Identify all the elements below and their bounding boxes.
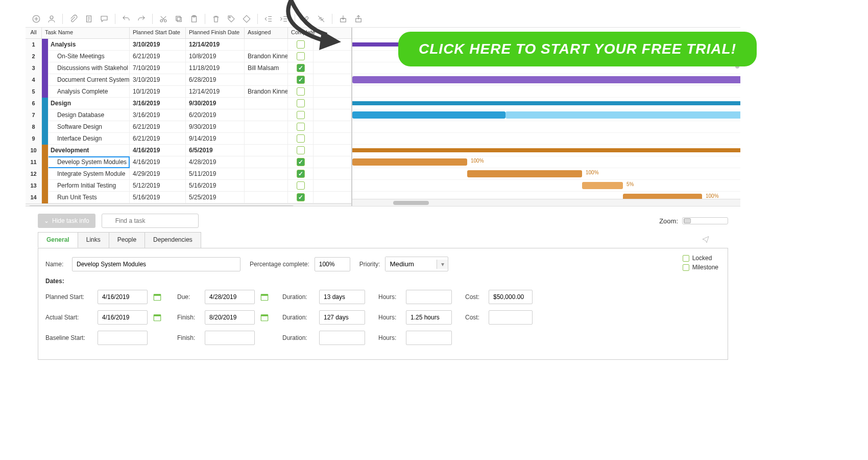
col-planned-start[interactable]: Planned Start Date	[130, 28, 186, 38]
grid-hscroll[interactable]	[26, 203, 351, 206]
complete-checkbox[interactable]	[297, 64, 305, 72]
gantt-row	[352, 74, 740, 86]
priority-select[interactable]: ▾	[385, 257, 448, 271]
table-row[interactable]: 8Software Design6/21/20199/30/2019	[26, 121, 351, 133]
col-task-name[interactable]: Task Name	[42, 28, 130, 38]
svg-rect-7	[176, 16, 180, 20]
cta-banner[interactable]: CLICK HERE TO START YOUR FREE TRIAL!	[398, 32, 757, 66]
table-row[interactable]: 5Analysis Complete10/1/201912/14/2019Bra…	[26, 86, 351, 98]
delete-icon[interactable]	[210, 13, 222, 25]
add-icon[interactable]	[31, 13, 42, 25]
table-row[interactable]: 12Integrate System Module4/29/20195/11/2…	[26, 168, 351, 180]
calendar-icon[interactable]	[153, 292, 162, 302]
gantt-bar[interactable]	[352, 101, 740, 105]
baseline-duration-input[interactable]	[319, 331, 365, 345]
progress-label: 100%	[471, 158, 484, 164]
note-icon[interactable]	[83, 13, 94, 25]
table-row[interactable]: 3Discussions with Stakehol7/10/201911/18…	[26, 62, 351, 74]
baseline-start-input[interactable]	[98, 331, 148, 345]
col-all[interactable]: All	[26, 28, 42, 38]
complete-checkbox[interactable]	[297, 76, 305, 84]
complete-checkbox[interactable]	[297, 99, 305, 107]
finish-label: Finish:	[177, 314, 200, 321]
redo-icon[interactable]	[136, 13, 147, 25]
tab-people[interactable]: People	[109, 232, 145, 248]
milestone-checkbox[interactable]: Milestone	[683, 264, 718, 271]
gantt-row	[352, 121, 740, 133]
cost-actual-input[interactable]	[489, 310, 533, 325]
person-icon[interactable]	[46, 13, 57, 25]
outdent-icon[interactable]	[263, 13, 274, 25]
undo-icon[interactable]	[120, 13, 132, 25]
find-task-input[interactable]	[102, 214, 199, 228]
diamond-icon[interactable]	[241, 13, 252, 25]
zoom-slider[interactable]	[682, 217, 728, 224]
baseline-hours-input[interactable]	[406, 331, 452, 345]
complete-checkbox[interactable]	[297, 123, 305, 131]
table-row[interactable]: 11Develop System Modules4/16/20194/28/20…	[26, 156, 351, 168]
hours-actual-input[interactable]	[406, 310, 452, 325]
baseline-finish-input[interactable]	[205, 331, 255, 345]
cost-plan-input[interactable]	[489, 290, 533, 304]
table-row[interactable]: 9Interface Design6/21/20199/14/2019	[26, 133, 351, 145]
complete-checkbox[interactable]	[297, 193, 305, 201]
pct-complete-input[interactable]	[315, 257, 350, 271]
gantt-bar[interactable]	[352, 111, 505, 119]
complete-checkbox[interactable]	[297, 111, 305, 119]
cut-icon[interactable]	[158, 13, 169, 25]
finish-input[interactable]	[205, 310, 255, 325]
tab-general[interactable]: General	[38, 232, 78, 248]
complete-checkbox[interactable]	[297, 158, 305, 166]
svg-rect-6	[177, 17, 181, 21]
gantt-bar[interactable]	[352, 76, 740, 83]
hours-label: Hours:	[378, 334, 401, 341]
complete-checkbox[interactable]	[297, 170, 305, 178]
paste-icon[interactable]	[188, 13, 200, 25]
gantt-bar[interactable]	[352, 158, 467, 166]
planned-start-label: Planned Start:	[45, 293, 92, 301]
send-icon[interactable]	[697, 232, 714, 248]
table-row[interactable]: 14Run Unit Tests5/16/20195/25/2019	[26, 192, 351, 203]
duration-actual-input[interactable]	[319, 310, 365, 325]
tag-icon[interactable]	[226, 13, 237, 25]
complete-checkbox[interactable]	[297, 87, 305, 96]
progress-label: 100%	[706, 193, 719, 199]
calendar-icon[interactable]	[260, 292, 269, 302]
hours-plan-input[interactable]	[406, 290, 452, 304]
table-row[interactable]: 4Document Current System3/10/20196/28/20…	[26, 74, 351, 86]
gantt-bar[interactable]	[467, 170, 582, 177]
duration-plan-input[interactable]	[319, 290, 365, 304]
gantt-hscroll[interactable]	[352, 199, 740, 206]
actual-start-input[interactable]	[98, 310, 148, 325]
table-row[interactable]: 6−Design3/16/20199/30/2019	[26, 98, 351, 109]
gantt-bar[interactable]	[505, 111, 740, 119]
due-input[interactable]	[205, 290, 255, 304]
tab-dependencies[interactable]: Dependencies	[144, 232, 201, 248]
name-label: Name:	[45, 261, 67, 268]
complete-checkbox[interactable]	[297, 181, 305, 190]
complete-checkbox[interactable]	[297, 134, 305, 143]
gantt-row	[352, 109, 740, 121]
task-name-input[interactable]	[72, 257, 240, 271]
hours-label: Hours:	[378, 293, 401, 301]
task-tabs: General Links People Dependencies	[38, 232, 728, 248]
table-row[interactable]: 13Perform Initial Testing5/12/20195/16/2…	[26, 180, 351, 192]
locked-checkbox[interactable]: Locked	[683, 255, 718, 262]
hide-task-info-button[interactable]: ⌄ Hide task info	[38, 214, 95, 228]
col-planned-finish[interactable]: Planned Finish Date	[186, 28, 245, 38]
attach-icon[interactable]	[68, 13, 79, 25]
copy-icon[interactable]	[173, 13, 184, 25]
gantt-bar[interactable]	[352, 148, 740, 152]
planned-start-input[interactable]	[98, 290, 148, 304]
baseline-start-label: Baseline Start:	[45, 334, 92, 341]
svg-point-2	[50, 16, 53, 19]
calendar-icon[interactable]	[260, 313, 269, 322]
dates-header: Dates:	[45, 278, 720, 285]
tab-links[interactable]: Links	[78, 232, 109, 248]
complete-checkbox[interactable]	[297, 146, 305, 154]
gantt-bar[interactable]	[582, 182, 623, 189]
table-row[interactable]: 7Design Database3/16/20196/20/2019	[26, 109, 351, 121]
table-row[interactable]: 10−Development4/16/20196/5/2019	[26, 145, 351, 156]
calendar-icon[interactable]	[153, 313, 162, 322]
comment-icon[interactable]	[99, 13, 110, 25]
